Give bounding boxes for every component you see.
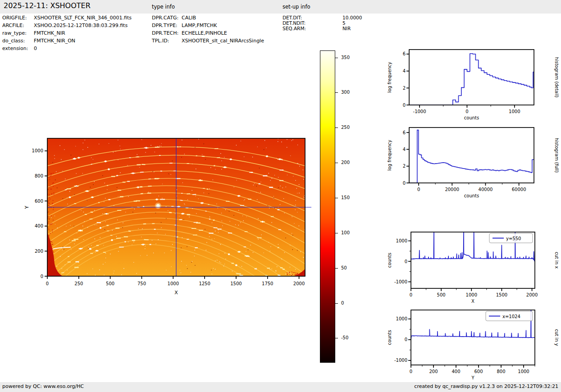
tick-label: 0 <box>405 337 407 342</box>
side-label: cut in y <box>554 329 559 346</box>
meta-value: 5 <box>342 20 346 26</box>
y-axis-label: counts <box>387 330 392 345</box>
tick-label: 500 <box>106 281 114 286</box>
meta-label: raw_type: <box>2 30 27 36</box>
tick-label: 1000 <box>466 292 477 297</box>
colorbar-tick-label: 250 <box>341 125 350 130</box>
colorbar-tick-label: 350 <box>341 55 350 60</box>
tick-label: 0 <box>410 292 412 297</box>
tick-label: 1250 <box>199 281 210 286</box>
tick-label: 2000 <box>293 281 305 286</box>
section-header-setup-info: set-up info <box>283 4 310 10</box>
tick-label: 20000 <box>445 187 459 192</box>
meta-label: DET.DIT: <box>283 15 302 20</box>
y-axis-label: counts <box>387 253 392 268</box>
footer-created-by: created by qc_rawdisp.py v1.2.3 on 2025-… <box>414 383 558 389</box>
tick-label: 800 <box>497 369 505 374</box>
x-axis-label: counts <box>464 115 479 120</box>
meta-label: extension: <box>2 46 28 51</box>
tick-label: 600 <box>474 369 483 374</box>
tick-label: 2 <box>403 164 406 169</box>
colorbar-tick <box>335 198 338 198</box>
tick-label: 1750 <box>262 281 273 286</box>
meta-value: XSHOOTER_slt_cal_NIRArcsSingle <box>182 38 264 44</box>
colorbar-tick <box>335 128 338 128</box>
page-title: 2025-12-11: XSHOOTER <box>4 1 91 10</box>
tick-label: 1000 <box>509 109 520 114</box>
colorbar-tick <box>335 163 338 163</box>
tick-label: -1000 <box>413 109 426 114</box>
tick-label: 1000 <box>396 316 407 321</box>
tick-label: 400 <box>35 223 43 228</box>
meta-label: SEQ.ARM: <box>283 26 306 31</box>
tick-label: 0 <box>410 369 412 374</box>
tick-label: 0 <box>417 187 420 192</box>
tick-label: 250 <box>74 281 83 286</box>
histogram-detail-plot: -1000010000246countslog frequencyhistogr… <box>385 43 561 123</box>
legend: y=550 <box>489 233 533 243</box>
qc-report-page: 2025-12-11: XSHOOTER type info set-up in… <box>0 0 561 392</box>
tick-label: 600 <box>35 199 43 204</box>
tick-label: 200 <box>429 369 438 374</box>
tick-label: 1000 <box>396 238 407 243</box>
colorbar-tick-label: 100 <box>341 230 350 235</box>
colorbar-tick-label: 300 <box>341 90 350 95</box>
tick-label: 1000 <box>32 148 43 153</box>
tick-label: 1000 <box>518 369 529 374</box>
colorbar-tick <box>335 338 338 338</box>
tick-label: 0 <box>403 103 406 108</box>
hist-full-svg: 02000040000600000246countslog frequencyh… <box>385 121 561 201</box>
legend-label: y=550 <box>506 236 521 241</box>
meta-value: NIR <box>342 26 351 31</box>
tick-label: 0 <box>465 109 468 114</box>
tick-label: 500 <box>437 292 446 297</box>
cut-x-svg: 0500100015002000-100001000Xcountscut in … <box>385 225 561 311</box>
y-axis-label: log frequency <box>387 140 392 171</box>
cut-in-x-plot: 0500100015002000-100001000Xcountscut in … <box>385 225 561 311</box>
tick-label: 0 <box>405 259 407 264</box>
tick-label: 0 <box>41 274 43 279</box>
colorbar-tick-label: 0 <box>341 301 344 305</box>
cut-in-y-plot: 02004006008001000-100001000Ycountscut in… <box>385 303 561 389</box>
colorbar-tick-label: 50 <box>341 265 347 270</box>
hist-detail-svg: -1000010000246countslog frequencyhistogr… <box>385 43 561 123</box>
tick-label: 6 <box>403 51 406 56</box>
meta-value: XSHOOTER_SLT_FCK_NIR_346_0001.fits <box>34 15 132 21</box>
tick-label: 4 <box>403 147 406 152</box>
meta-label: DET.NDIT: <box>283 20 306 26</box>
legend-label: x=1024 <box>502 314 520 319</box>
tick-label: 1000 <box>168 281 179 286</box>
y-axis-label: log frequency <box>387 62 392 93</box>
x-axis-label: X <box>174 290 178 296</box>
meta-value: 10.0000 <box>342 15 362 20</box>
meta-value: FMTCHK_NIR_ON <box>34 38 75 44</box>
x-axis-label: counts <box>464 193 479 198</box>
cut-y-svg: 02004006008001000-100001000Ycountscut in… <box>385 303 561 389</box>
meta-value: ECHELLE,PINHOLE <box>182 30 227 36</box>
tick-label: 2000 <box>526 292 538 297</box>
tick-label: 800 <box>35 173 43 178</box>
tick-label: 6 <box>403 130 406 135</box>
meta-label: DPR.TYPE: <box>152 23 178 28</box>
footer-powered-by: powered by QC: www.eso.org/HC <box>2 383 84 389</box>
meta-label: DPR.CATG: <box>152 15 178 21</box>
legend: x=1024 <box>486 311 533 321</box>
meta-label: DPR.TECH: <box>152 30 178 36</box>
tick-label: 2 <box>403 86 406 91</box>
main-image-svg: 0250500750100012501500175020000200400600… <box>23 133 315 304</box>
meta-value: LAMP,FMTCHK <box>182 23 217 28</box>
tick-label: 400 <box>452 369 460 374</box>
colorbar-gradient <box>320 50 335 363</box>
tick-label: 0 <box>46 281 49 286</box>
colorbar: 350300250200150100500-50 <box>320 50 374 363</box>
colorbar-tick <box>335 233 338 233</box>
meta-label: ARCFILE: <box>2 23 24 28</box>
y-axis-label: Y <box>24 205 30 209</box>
histogram-full-plot: 02000040000600000246countslog frequencyh… <box>385 121 561 201</box>
tick-label: 200 <box>35 249 43 254</box>
meta-value: CALIB <box>182 15 196 21</box>
meta-value: XSHOO.2025-12-12T08:38:03.299.fits <box>34 23 128 28</box>
tick-label: 750 <box>137 281 146 286</box>
tick-label: 60000 <box>512 187 526 192</box>
tick-label: 1500 <box>230 281 242 286</box>
